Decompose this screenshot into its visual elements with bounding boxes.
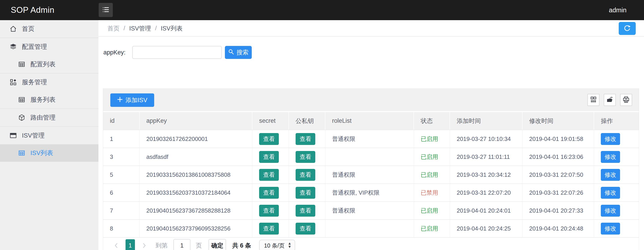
status-text: 已启用 (421, 135, 438, 143)
cell-created-time: 2019-03-27 10:10:34 (450, 130, 522, 148)
cell-rolelist: 普通权限 (325, 202, 414, 219)
view-secret-button[interactable]: 查看 (259, 169, 279, 181)
view-secret-button[interactable]: 查看 (259, 187, 279, 199)
appkey-search-input[interactable] (132, 46, 222, 59)
view-secret-button[interactable]: 查看 (259, 205, 279, 217)
view-keypair-button[interactable]: 查看 (296, 133, 315, 145)
sidebar-item-4[interactable]: 服务管理 (0, 74, 98, 91)
view-secret-button[interactable]: 查看 (259, 133, 279, 145)
view-secret-button[interactable]: 查看 (259, 151, 279, 163)
page-size-select[interactable]: 10 条/页 ▲▼ (259, 240, 295, 250)
cell-updated-time: 2019-04-01 16:23:06 (522, 148, 594, 166)
sidebar-item-1[interactable]: 首页 (0, 20, 98, 38)
table-body: 1 2019032617262200001 查看 查看 普通权限 已启用 201… (103, 130, 639, 237)
table-icon (18, 96, 26, 104)
window-icon (10, 132, 17, 139)
view-keypair-button[interactable]: 查看 (296, 169, 315, 181)
cell-updated-time: 2019-03-31 22:07:50 (522, 166, 594, 183)
edit-button[interactable]: 修改 (601, 205, 620, 217)
cell-appkey: 20190401562373672858288128 (140, 202, 252, 219)
export-button[interactable] (604, 94, 616, 106)
add-isv-button[interactable]: 添加ISV (110, 93, 154, 107)
grid-tool-buttons (588, 94, 632, 106)
cell-updated-time: 2019-04-01 20:27:33 (522, 202, 594, 219)
page-size-value: 10 条/页 (264, 242, 285, 249)
total-count-label: 共 6 条 (232, 241, 251, 249)
next-page-button[interactable] (140, 242, 148, 249)
table-icon (18, 61, 26, 68)
cell-created-time: 2019-03-27 11:01:11 (450, 148, 522, 166)
view-secret-button[interactable]: 查看 (259, 223, 279, 234)
cell-updated-time: 2019-04-01 19:01:58 (522, 130, 594, 148)
prev-page-button[interactable] (112, 242, 120, 249)
cell-rolelist: 普通权限 (325, 130, 414, 148)
sidebar-item-label: 服务管理 (22, 78, 47, 87)
view-keypair-button[interactable]: 查看 (296, 205, 315, 217)
breadcrumb-bar: 首页 / ISV管理 / ISV列表 (98, 20, 644, 37)
edit-button[interactable]: 修改 (601, 133, 620, 145)
edit-button[interactable]: 修改 (601, 151, 620, 163)
sidebar-item-7[interactable]: ISV管理 (0, 127, 98, 144)
sidebar-item-5[interactable]: 服务列表 (0, 91, 98, 108)
columns-toggle-button[interactable] (588, 94, 600, 106)
layers-icon (10, 43, 17, 51)
page-number-button-active[interactable]: 1 (126, 239, 135, 250)
cell-id: 8 (103, 220, 140, 237)
export-icon (606, 96, 613, 104)
breadcrumb-home[interactable]: 首页 (108, 25, 120, 33)
view-keypair-button[interactable]: 查看 (296, 187, 315, 199)
view-keypair-button[interactable]: 查看 (296, 151, 315, 163)
goto-page-input[interactable] (174, 239, 190, 250)
refresh-button[interactable] (619, 22, 636, 35)
edit-button[interactable]: 修改 (601, 169, 620, 181)
home-icon (10, 25, 17, 33)
cell-rolelist: 普通权限, VIP权限 (325, 184, 414, 201)
search-button-label: 搜索 (236, 48, 248, 57)
table-row: 7 20190401562373672858288128 查看 查看 普通权限 … (103, 201, 639, 219)
cell-created-time: 2019-04-01 20:24:01 (450, 202, 522, 219)
cell-created-time: 2019-03-31 22:07:20 (450, 184, 522, 201)
goto-confirm-button[interactable]: 确定 (208, 239, 226, 250)
cell-id: 6 (103, 184, 140, 201)
table-row: 6 20190331562037310372184064 查看 查看 普通权限,… (103, 183, 639, 201)
grid-toolbar: 添加ISV (103, 89, 639, 111)
breadcrumb-isv-manage[interactable]: ISV管理 (129, 25, 151, 33)
status-text: 已禁用 (421, 189, 438, 197)
status-text: 已启用 (421, 207, 438, 215)
app-title: SOP Admin (11, 0, 54, 20)
column-header: 修改时间 (522, 112, 594, 130)
sidebar-item-6[interactable]: 路由管理 (0, 109, 98, 126)
cell-id: 7 (103, 202, 140, 219)
column-header: appKey (140, 112, 252, 130)
breadcrumb-separator: / (155, 25, 157, 32)
column-header: roleList (325, 112, 414, 130)
column-header: 操作 (594, 112, 639, 130)
breadcrumb-isv-list[interactable]: ISV列表 (161, 25, 183, 33)
spinner-arrows-icon: ▲▼ (288, 242, 292, 249)
cell-updated-time: 2019-03-31 22:07:26 (522, 184, 594, 201)
cell-created-time: 2019-03-31 20:34:12 (450, 166, 522, 183)
cell-rolelist: 普通权限 (325, 166, 414, 183)
search-form: appKey: 搜索 (98, 37, 644, 68)
column-header: 添加时间 (450, 112, 522, 130)
column-header: secret (252, 112, 289, 130)
page-unit-label: 页 (196, 241, 202, 249)
edit-button[interactable]: 修改 (601, 187, 620, 199)
cell-updated-time: 2019-04-01 20:24:48 (522, 220, 594, 237)
sidebar-item-3[interactable]: 配置列表 (0, 56, 98, 73)
table-row: 5 20190331562013861008375808 查看 查看 普通权限 … (103, 166, 639, 183)
sidebar-item-2[interactable]: 配置管理 (0, 38, 98, 56)
cell-rolelist (325, 148, 414, 166)
status-text: 已启用 (421, 225, 438, 232)
edit-button[interactable]: 修改 (601, 223, 620, 234)
view-keypair-button[interactable]: 查看 (296, 223, 315, 234)
cell-appkey: 20190331562013861008375808 (140, 166, 252, 183)
current-user[interactable]: admin (609, 0, 626, 20)
cell-id: 1 (103, 130, 140, 148)
sidebar-item-8[interactable]: ISV列表 (0, 144, 98, 162)
print-button[interactable] (620, 94, 632, 106)
search-icon (228, 49, 234, 57)
sidebar-toggle-button[interactable] (99, 3, 113, 17)
search-button[interactable]: 搜索 (225, 46, 252, 59)
pagination-bar: 1 到第 页 确定 共 6 条 10 条/页 ▲▼ (103, 237, 639, 250)
